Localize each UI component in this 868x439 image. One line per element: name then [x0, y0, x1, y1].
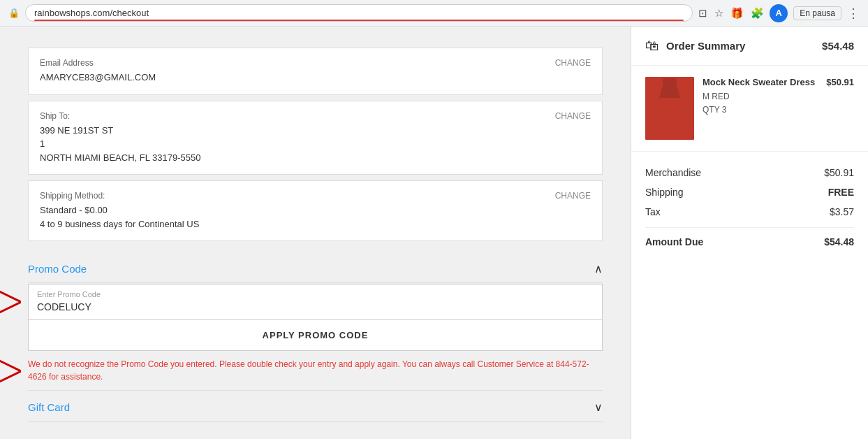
shipping-label: Shipping	[645, 187, 684, 198]
amount-due-value: $54.48	[824, 236, 854, 247]
menu-button[interactable]: ⋮	[847, 6, 860, 21]
shipping-value: FREE	[828, 187, 854, 198]
ship-to-section: Ship To: 399 NE 191ST ST 1 NORTH MIAMI B…	[28, 101, 603, 175]
profile-button[interactable]: A	[770, 4, 788, 22]
ship-address-line2: 1	[40, 137, 200, 151]
ship-row: Ship To: 399 NE 191ST ST 1 NORTH MIAMI B…	[40, 111, 591, 165]
promo-input-wrapper: Enter Promo Code	[28, 284, 603, 320]
arrow-annotation-1	[0, 287, 21, 317]
promo-input-label: Enter Promo Code	[29, 285, 602, 300]
svg-marker-0	[0, 287, 21, 317]
pause-button[interactable]: En pausa	[793, 6, 841, 20]
ship-address-line3: NORTH MIAMI BEACH, FL 33179-5550	[40, 151, 200, 165]
product-row: Mock Neck Sweater Dress M RED QTY 3 $50.…	[631, 66, 868, 152]
shipping-method-section: Shipping Method: Standard - $0.00 4 to 9…	[28, 180, 603, 241]
browser-actions: ⊡ ☆ 🎁 🧩	[698, 7, 764, 20]
gift-header[interactable]: Gift Card ∨	[28, 394, 603, 422]
svg-rect-3	[663, 78, 677, 85]
tax-value: $3.57	[830, 206, 854, 217]
promo-input-container: Enter Promo Code	[28, 284, 603, 320]
sidebar-title-area: 🛍 Order Summary	[645, 38, 745, 54]
summary-rows: Merchandise $50.91 Shipping FREE Tax $3.…	[631, 152, 868, 263]
promo-header[interactable]: Promo Code ∧	[28, 255, 603, 283]
apply-promo-button[interactable]: APPLY PROMO CODE	[28, 320, 603, 351]
product-image-visual	[645, 77, 694, 140]
reader-icon[interactable]: ⊡	[698, 7, 707, 20]
gift-icon[interactable]: 🎁	[730, 7, 744, 20]
email-section: Email Address AMARYCE83@GMAIL.COM CHANGE	[28, 48, 603, 95]
url-text: rainbowshops.com/checkout	[34, 8, 149, 18]
browser-chrome: 🔒 rainbowshops.com/checkout ⊡ ☆ 🎁 🧩 A En…	[0, 0, 868, 27]
product-details: Mock Neck Sweater Dress M RED QTY 3	[703, 77, 818, 140]
address-bar[interactable]: rainbowshops.com/checkout	[25, 4, 693, 22]
ship-address-line1: 399 NE 191ST ST	[40, 124, 200, 138]
page-layout: Email Address AMARYCE83@GMAIL.COM CHANGE…	[0, 27, 868, 439]
merchandise-value: $50.91	[824, 167, 854, 178]
shipping-row: Shipping FREE	[645, 182, 854, 202]
sidebar-header: 🛍 Order Summary $54.48	[631, 27, 868, 66]
promo-code-input[interactable]	[29, 300, 602, 319]
sidebar-order-total: $54.48	[822, 40, 854, 52]
product-qty: QTY 3	[703, 103, 818, 117]
gift-card-section: Gift Card ∨	[28, 394, 603, 422]
product-image	[645, 77, 694, 140]
email-label: Email Address	[40, 58, 156, 68]
amount-due-label: Amount Due	[645, 236, 703, 247]
shipping-method-row: Shipping Method: Standard - $0.00 4 to 9…	[40, 191, 591, 231]
bookmark-icon[interactable]: ☆	[714, 7, 723, 20]
puzzle-icon[interactable]: 🧩	[751, 7, 764, 20]
ship-change-link[interactable]: CHANGE	[555, 111, 591, 121]
merchandise-row: Merchandise $50.91	[645, 163, 854, 182]
email-change-link[interactable]: CHANGE	[555, 58, 591, 68]
email-row: Email Address AMARYCE83@GMAIL.COM CHANGE	[40, 58, 591, 85]
shipping-method-value: Standard - $0.00	[40, 203, 199, 217]
promo-chevron-up-icon: ∧	[594, 262, 603, 275]
tax-row: Tax $3.57	[645, 202, 854, 222]
ship-info: Ship To: 399 NE 191ST ST 1 NORTH MIAMI B…	[40, 111, 200, 165]
promo-title: Promo Code	[28, 263, 87, 275]
product-name: Mock Neck Sweater Dress	[703, 77, 818, 87]
shipping-change-link[interactable]: CHANGE	[555, 191, 591, 201]
ship-to-label: Ship To:	[40, 111, 200, 121]
checkout-main: Email Address AMARYCE83@GMAIL.COM CHANGE…	[0, 27, 631, 439]
amount-due-row: Amount Due $54.48	[645, 227, 854, 252]
product-size-color: M RED	[703, 90, 818, 103]
shipping-method-info: Shipping Method: Standard - $0.00 4 to 9…	[40, 191, 199, 231]
promo-code-section: Promo Code ∧ Enter Promo Code APPLY PROM…	[28, 255, 603, 391]
shipping-method-detail: 4 to 9 business days for Continental US	[40, 217, 199, 231]
tax-label: Tax	[645, 206, 661, 217]
arrow-annotation-2	[0, 356, 21, 387]
product-price: $50.91	[826, 77, 854, 140]
sidebar-title: Order Summary	[666, 40, 745, 52]
svg-marker-5	[659, 85, 680, 98]
svg-marker-1	[0, 356, 21, 387]
gift-chevron-down-icon: ∨	[594, 401, 603, 414]
order-sidebar: 🛍 Order Summary $54.48	[631, 27, 868, 439]
lock-icon: 🔒	[8, 8, 20, 18]
merchandise-label: Merchandise	[645, 167, 701, 178]
shipping-method-label: Shipping Method:	[40, 191, 199, 201]
promo-error-message: We do not recognize the Promo Code you e…	[28, 351, 603, 391]
gift-title: Gift Card	[28, 401, 70, 413]
error-container: We do not recognize the Promo Code you e…	[28, 351, 603, 391]
dress-svg	[645, 77, 694, 140]
email-value: AMARYCE83@GMAIL.COM	[40, 71, 156, 85]
bag-icon: 🛍	[645, 38, 659, 54]
email-info: Email Address AMARYCE83@GMAIL.COM	[40, 58, 156, 85]
